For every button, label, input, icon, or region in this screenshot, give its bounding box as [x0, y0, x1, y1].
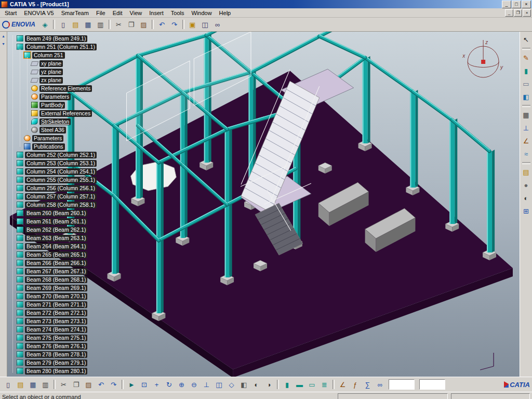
- menu-tools[interactable]: Tools: [167, 9, 188, 17]
- tree-item-label[interactable]: Beam 279 (Beam 279.1): [25, 360, 87, 366]
- tree-item-column-255-column-255-1[interactable]: Column 255 (Column 255.1): [8, 176, 144, 184]
- multi-view-button[interactable]: ◫: [213, 379, 225, 391]
- measure-item-button[interactable]: ∠: [337, 379, 349, 391]
- tree-item-beam-274-beam-274-1[interactable]: Beam 274 (Beam 274.1): [8, 325, 144, 334]
- tree-item-xy-plane[interactable]: xy plane: [8, 59, 144, 68]
- tree-scroll-down-button[interactable]: ▾: [0, 41, 7, 47]
- tree-item-label[interactable]: xy plane: [39, 60, 63, 67]
- tree-item-column-254-column-254-1[interactable]: Column 254 (Column 254.1): [8, 167, 144, 176]
- isometric-view-button[interactable]: ◇: [225, 379, 237, 391]
- tree-item-label[interactable]: External References: [39, 110, 92, 117]
- tree-item-label[interactable]: Column 252 (Column 252.1): [25, 152, 97, 158]
- tree-item-beam-268-beam-268-1[interactable]: Beam 268 (Beam 268.1): [8, 275, 144, 284]
- tree-item-column-251[interactable]: Column 251: [8, 51, 144, 59]
- copy-object-button[interactable]: ❐: [70, 379, 82, 391]
- menu-view[interactable]: View: [126, 9, 146, 17]
- constraint-tool-button[interactable]: ⊥: [520, 122, 532, 134]
- tree-item-label[interactable]: Column 253 (Column 253.1): [25, 160, 97, 167]
- tree-item-beam-269-beam-269-1[interactable]: Beam 269 (Beam 269.1): [8, 284, 144, 292]
- tree-item-label[interactable]: Beam 267 (Beam 267.1): [25, 268, 87, 275]
- tree-item-label[interactable]: Beam 275 (Beam 275.1): [25, 335, 87, 341]
- tree-item-label[interactable]: PartBody: [39, 102, 65, 109]
- tree-item-beam-273-beam-273-1[interactable]: Beam 273 (Beam 273.1): [8, 317, 144, 325]
- tree-item-label[interactable]: Beam 272 (Beam 272.1): [25, 310, 87, 316]
- place-beam-button[interactable]: ▬: [294, 379, 305, 391]
- rotate-view-button[interactable]: ↻: [163, 379, 175, 391]
- tree-item-label[interactable]: Column 255 (Column 255.1): [25, 177, 97, 183]
- new-file-button[interactable]: ▯: [2, 379, 14, 391]
- menu-start[interactable]: Start: [1, 9, 20, 17]
- menu-smarteam[interactable]: SmarTeam: [58, 9, 92, 17]
- quick-print-button[interactable]: ▥: [39, 379, 51, 391]
- tree-item-parameters[interactable]: Parameters: [8, 92, 144, 101]
- cut-button[interactable]: ✂: [113, 19, 125, 31]
- link-browser-button[interactable]: ∞: [374, 379, 386, 391]
- menu-window[interactable]: Window: [188, 9, 215, 17]
- tree-item-label[interactable]: Column 257 (Column 257.1): [25, 193, 97, 200]
- tree-item-label[interactable]: Beam 278 (Beam 278.1): [25, 351, 87, 358]
- tree-item-beam-265-beam-265-1[interactable]: Beam 265 (Beam 265.1): [8, 250, 144, 259]
- pan-view-button[interactable]: +: [151, 379, 163, 391]
- tree-item-beam-272-beam-272-1[interactable]: Beam 272 (Beam 272.1): [8, 309, 144, 317]
- tree-item-column-253-column-253-1[interactable]: Column 253 (Column 253.1): [8, 159, 144, 167]
- macro-tools-button[interactable]: ∑: [362, 379, 374, 391]
- tree-item-label[interactable]: Parameters: [32, 135, 63, 142]
- undo-button[interactable]: ↶: [156, 19, 168, 31]
- tree-item-yz-plane[interactable]: yz plane: [8, 68, 144, 76]
- tree-item-beam-280-beam-280-1[interactable]: Beam 280 (Beam 280.1): [8, 367, 144, 375]
- menu-insert[interactable]: Insert: [145, 9, 167, 17]
- measure-tool-button[interactable]: ∠: [520, 135, 532, 147]
- place-plate-button[interactable]: ▭: [306, 379, 318, 391]
- menu-enovia-v5[interactable]: ENOVIA V5: [20, 9, 57, 17]
- toolbar-field-1[interactable]: [389, 379, 415, 390]
- tree-item-beam-279-beam-279-1[interactable]: Beam 279 (Beam 279.1): [8, 358, 144, 367]
- undo-action-button[interactable]: ↶: [95, 379, 107, 391]
- tree-item-label[interactable]: Beam 268 (Beam 268.1): [25, 276, 87, 283]
- catalog-browser-button[interactable]: ▤: [520, 166, 532, 178]
- menu-edit[interactable]: Edit: [109, 9, 126, 17]
- tree-item-label[interactable]: Beam 273 (Beam 273.1): [25, 318, 87, 325]
- tree-item-strskeleton[interactable]: StrSkeleton: [8, 117, 144, 126]
- select-arrow-button[interactable]: ↖: [520, 34, 532, 46]
- tree-item-label[interactable]: Beam 269 (Beam 269.1): [25, 285, 87, 291]
- tree-item-label[interactable]: Beam 263 (Beam 263.1): [25, 235, 87, 242]
- tree-item-beam-275-beam-275-1[interactable]: Beam 275 (Beam 275.1): [8, 334, 144, 342]
- tree-item-zx-plane[interactable]: zx plane: [8, 76, 144, 84]
- tree-item-label[interactable]: Column 251 (Column 251.1): [25, 44, 97, 50]
- normal-view-button[interactable]: ⊥: [201, 379, 212, 391]
- swap-visible-space-button[interactable]: ◑: [263, 379, 275, 391]
- tree-item-beam-260-beam-260-1[interactable]: Beam 260 (Beam 260.1): [8, 209, 144, 217]
- tree-item-beam-266-beam-266-1[interactable]: Beam 266 (Beam 266.1): [8, 259, 144, 267]
- tree-item-publications[interactable]: Publications: [8, 142, 144, 151]
- tree-item-label[interactable]: zx plane: [39, 77, 63, 84]
- tree-item-label[interactable]: Beam 265 (Beam 265.1): [25, 251, 87, 258]
- toolbar-field-2[interactable]: [419, 379, 445, 390]
- tree-item-label[interactable]: Beam 264 (Beam 264.1): [25, 243, 87, 250]
- tree-item-column-251-column-251-1[interactable]: Column 251 (Column 251.1): [8, 43, 144, 51]
- print-document-button[interactable]: ▥: [95, 19, 107, 31]
- tree-scroll-up-button[interactable]: ▴: [0, 33, 7, 39]
- tree-item-reference-elements[interactable]: Reference Elements: [8, 84, 144, 92]
- save-file-button[interactable]: ▦: [27, 379, 39, 391]
- tree-item-label[interactable]: Beam 276 (Beam 276.1): [25, 343, 87, 350]
- paste-object-button[interactable]: ▨: [83, 379, 95, 391]
- status-field-1[interactable]: [338, 393, 448, 399]
- tree-item-label[interactable]: Beam 261 (Beam 261.1): [25, 218, 87, 225]
- copy-button[interactable]: ❐: [125, 19, 137, 31]
- document-restore-button[interactable]: ❐: [514, 9, 522, 17]
- tree-item-beam-276-beam-276-1[interactable]: Beam 276 (Beam 276.1): [8, 342, 144, 350]
- tree-item-steel-a36[interactable]: Steel A36: [8, 126, 144, 134]
- surface-tool-button[interactable]: ◧: [520, 91, 532, 103]
- tree-item-label[interactable]: Beam 274 (Beam 274.1): [25, 326, 87, 333]
- fit-all-in-button[interactable]: ⊡: [138, 379, 150, 391]
- link-manager-button[interactable]: ∞: [211, 19, 223, 31]
- tree-item-label[interactable]: StrSkeleton: [39, 118, 71, 125]
- formula-editor-button[interactable]: ƒ: [349, 379, 361, 391]
- status-field-2[interactable]: [451, 393, 530, 399]
- reference-plane-button[interactable]: ▭: [520, 78, 532, 90]
- sketcher-button[interactable]: ✎: [520, 52, 532, 64]
- tree-item-label[interactable]: Publications: [32, 143, 65, 150]
- render-style-button[interactable]: ◐: [520, 192, 532, 204]
- document-close-button[interactable]: ×: [523, 9, 531, 17]
- menu-help[interactable]: Help: [216, 9, 235, 17]
